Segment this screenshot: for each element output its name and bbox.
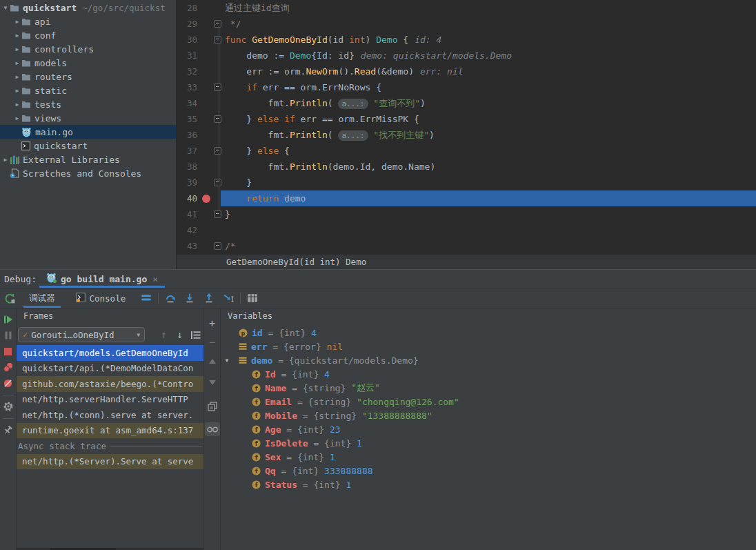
chevron-right-icon[interactable]: ▶ [13,88,21,94]
variable-row-sex[interactable]: fSex = {int} 1 [221,450,756,464]
variable-row-age[interactable]: fAge = {int} 23 [221,422,756,436]
close-icon[interactable]: × [152,274,158,284]
thread-selector-dropdown[interactable]: ✓ Gorouti…oOneById ▼ [18,327,145,342]
tree-item-conf[interactable]: ▶conf [0,28,176,42]
variable-row-mobile[interactable]: fMobile = {string} "13388888888" [221,409,756,422]
code-line-28[interactable]: 28通过主键id查询 [177,0,756,16]
mute-breakpoints-button[interactable] [1,376,15,390]
frame-row[interactable]: github.com/astaxie/beego.(*Contro [17,376,203,392]
tree-item-static[interactable]: ▶static [0,84,176,97]
hide-library-frames-icon[interactable] [188,327,203,342]
step-over-button[interactable] [162,290,179,306]
step-into-button[interactable] [181,290,198,306]
chevron-right-icon[interactable]: ▶ [13,32,21,39]
move-down-button[interactable] [204,376,221,389]
fold-icon[interactable] [214,36,221,43]
code-line-35[interactable]: 35 } else if err == orm.ErrMissPK { [177,111,756,127]
chevron-right-icon[interactable]: ▶ [13,115,21,121]
variable-row-name[interactable]: fName = {string} "赵云" [221,381,756,395]
remove-watch-button[interactable]: − [204,336,221,348]
tree-item-main-go[interactable]: main.go [0,125,176,139]
tree-item-controllers[interactable]: ▶controllers [0,42,176,56]
variable-row-qq[interactable]: fQq = {int} 333888888 [221,464,756,478]
duplicate-watch-icon[interactable] [204,400,221,413]
fold-icon[interactable] [214,147,221,155]
tree-item-external-libraries[interactable]: ▶External Libraries [0,153,176,166]
threads-list-icon[interactable] [138,290,155,306]
stop-button[interactable] [1,344,15,358]
tree-item-root[interactable]: ▼ quickstart ~/go/src/quickst [0,1,176,14]
fold-icon[interactable] [214,20,221,28]
tree-item-tests[interactable]: ▶tests [0,97,176,111]
expand-arrow-icon[interactable]: ▼ [221,357,233,364]
svg-text:f: f [255,481,258,488]
chevron-right-icon[interactable]: ▶ [1,157,10,163]
evaluate-expression-icon[interactable] [244,290,261,306]
code-line-32[interactable]: 32 err := orm.NewOrm().Read(&demo)err: n… [177,63,756,79]
variable-row-id[interactable]: pid = {int} 4 [221,326,756,340]
chevron-right-icon[interactable]: ▶ [13,74,21,80]
code-line-29[interactable]: 29 */ [177,16,756,32]
tab-debugger[interactable]: 调试器 [21,288,63,308]
code-line-41[interactable]: 41} [177,206,756,222]
breakpoint-gutter[interactable] [197,195,211,203]
tree-item-api[interactable]: ▶api [0,14,176,28]
tree-item-quickstart[interactable]: quickstart [0,139,176,153]
resume-button[interactable] [1,313,15,326]
frame-row[interactable]: net/http.serverHandler.ServeHTTP [17,392,203,408]
fold-icon[interactable] [214,115,221,123]
frame-row[interactable]: runtime.goexit at asm_amd64.s:137 [17,423,203,439]
code-line-37[interactable]: 37 } else { [177,143,756,159]
rerun-button[interactable] [1,290,18,306]
variable-row-email[interactable]: fEmail = {string} "chongqing@126.com" [221,395,756,409]
tab-console[interactable]: Console [68,288,135,308]
frame-row[interactable]: quickstart/api.(*DemoModelDataCon [17,361,203,377]
tree-item-scratches-and-consoles[interactable]: Scratches and Consoles [0,166,176,180]
debug-session-tab[interactable]: go build main.go × [39,270,165,288]
step-out-button[interactable] [201,290,217,306]
chevron-right-icon[interactable]: ▶ [13,60,21,66]
tree-item-models[interactable]: ▶models [0,56,176,70]
variable-row-status[interactable]: fStatus = {int} 1 [221,478,756,491]
run-to-cursor-button[interactable] [220,290,237,306]
code-text: err := orm.NewOrm().Read(&demo)err: nil [225,66,464,77]
code-line-38[interactable]: 38 fmt.Println(demo.Id, demo.Name) [177,159,756,175]
chevron-down-icon[interactable]: ▼ [1,5,10,11]
pause-button[interactable] [1,328,15,342]
view-breakpoints-button[interactable] [1,360,15,374]
settings-gear-icon[interactable] [1,400,15,413]
fold-icon[interactable] [214,179,221,186]
fold-icon[interactable] [214,242,221,250]
frame-row[interactable]: net/http.(*Server).Serve at serve [17,454,203,470]
breakpoint-icon[interactable] [202,195,210,203]
code-line-42[interactable]: 42 [177,222,756,238]
code-line-34[interactable]: 34 fmt.Println( a...: "查询不到") [177,95,756,111]
frame-up-button[interactable]: ↑ [156,327,172,342]
variable-row-id[interactable]: fId = {int} 4 [221,367,756,381]
code-line-39[interactable]: 39 } [177,175,756,190]
show-watches-toggle[interactable] [204,423,221,435]
code-line-31[interactable]: 31 demo := Demo{Id: id}demo: quickstart/… [177,48,756,63]
tree-item-views[interactable]: ▶views [0,111,176,125]
code-line-30[interactable]: 30func GetDemoOneById(id int) Demo {id: … [177,32,756,48]
pin-icon[interactable] [1,423,15,437]
code-line-43[interactable]: 43/* [177,238,756,254]
variable-row-demo[interactable]: ▼demo = {quickstart/models.Demo} [221,353,756,367]
fold-icon[interactable] [214,210,221,218]
chevron-right-icon[interactable]: ▶ [13,101,21,108]
code-editor[interactable]: 28通过主键id查询29 */30func GetDemoOneById(id … [177,0,756,269]
frame-row[interactable]: quickstart/models.GetDemoOneById [17,345,203,361]
variable-row-isdelete[interactable]: fIsDelete = {int} 1 [221,436,756,450]
chevron-right-icon[interactable]: ▶ [13,46,21,52]
frame-down-button[interactable]: ↓ [172,327,188,342]
add-watch-button[interactable]: + [204,317,221,330]
code-line-33[interactable]: 33 if err == orm.ErrNoRows { [177,79,756,95]
code-line-36[interactable]: 36 fmt.Println( a...: "找不到主键") [177,127,756,143]
tree-item-routers[interactable]: ▶routers [0,70,176,84]
frame-row[interactable]: net/http.(*conn).serve at server. [17,407,203,423]
code-line-40[interactable]: 40 return demo [177,190,756,206]
move-up-button[interactable] [204,355,221,367]
fold-icon[interactable] [214,84,221,91]
chevron-right-icon[interactable]: ▶ [13,19,21,25]
variable-row-err[interactable]: err = {error} nil [221,340,756,353]
